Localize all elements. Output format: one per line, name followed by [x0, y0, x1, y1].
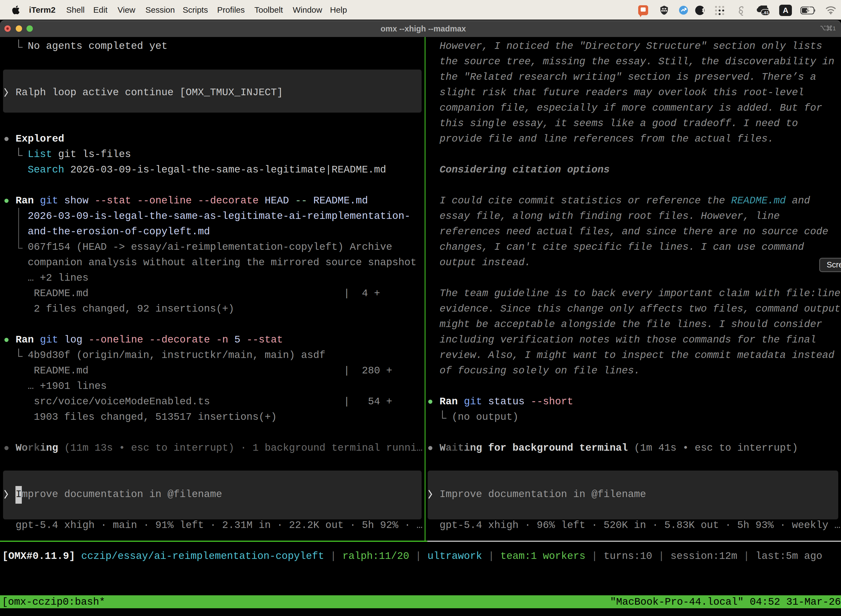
svg-text:..61: ..61: [762, 10, 769, 15]
svg-text:1: 1: [833, 25, 836, 31]
